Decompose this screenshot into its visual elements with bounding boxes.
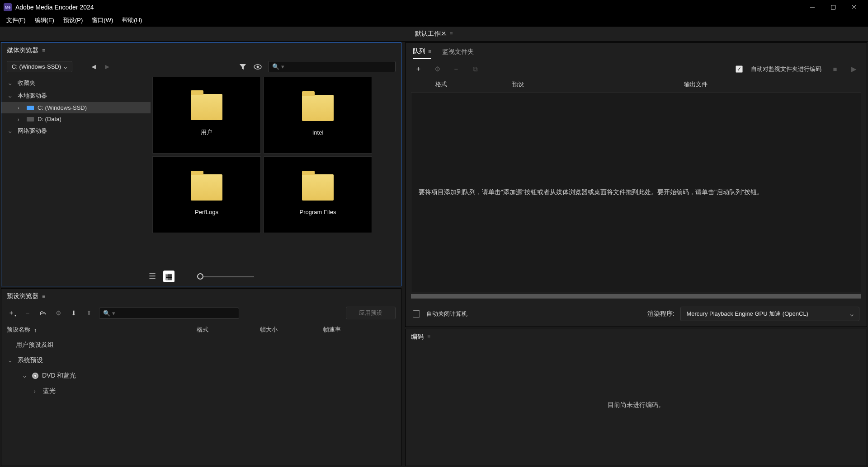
preset-group-bluray[interactable]: › 蓝光 — [1, 383, 401, 399]
media-browser-toolbar: C: (Windows-SSD) ⌵ ◄ ► 🔍 ▾ — [1, 58, 401, 75]
start-queue-button[interactable]: ▶ — [849, 65, 859, 73]
col-output: 输出文件 — [684, 80, 859, 89]
tree-label: 用户预设及组 — [16, 341, 54, 349]
queue-settings-button[interactable]: ⚙ — [432, 65, 443, 73]
drive-selector[interactable]: C: (Windows-SSD) ⌵ — [7, 61, 72, 72]
queue-drop-zone[interactable]: 要将项目添加到队列，请单击"添加源"按钮或者从媒体浏览器或桌面将文件拖到此处。要… — [411, 92, 861, 292]
menu-help[interactable]: 帮助(H) — [118, 15, 146, 26]
new-group-button[interactable]: 🗁 — [38, 309, 48, 317]
folder-tile[interactable]: Intel — [264, 77, 372, 154]
tree-drive-d[interactable]: › D: (Data) — [1, 113, 151, 125]
encoding-panel: 编码 ≡ 目前尚未进行编码。 — [405, 329, 867, 466]
duplicate-button[interactable]: ⧉ — [470, 65, 481, 73]
tree-label: C: (Windows-SSD) — [38, 104, 87, 111]
folder-icon — [191, 174, 222, 201]
encoding-body: 目前尚未进行编码。 — [406, 345, 867, 466]
preset-toolbar: ＋▾ − 🗁 ⚙ ⬇ ⬆ 🔍▾ 应用预设 — [1, 304, 401, 322]
auto-encode-checkbox[interactable]: ✓ — [736, 65, 743, 73]
folder-name: Intel — [312, 129, 324, 136]
col-frame-rate[interactable]: 帧速率 — [323, 326, 387, 334]
tree-drive-c[interactable]: › C: (Windows-SSD) — [1, 102, 151, 113]
export-preset-button[interactable]: ⬆ — [84, 309, 94, 317]
encoding-idle-message: 目前尚未进行编码。 — [608, 401, 665, 409]
tree-label: 蓝光 — [43, 387, 56, 395]
menu-preset[interactable]: 预设(P) — [59, 15, 87, 26]
folder-name: 用户 — [201, 128, 212, 136]
add-preset-button[interactable]: ＋▾ — [7, 309, 18, 318]
tree-label: D: (Data) — [38, 116, 61, 122]
menu-edit[interactable]: 编辑(E) — [30, 15, 59, 26]
nav-forward-button[interactable]: ► — [102, 63, 112, 71]
chevron-down-icon: ⌵ — [9, 128, 14, 134]
renderer-selector[interactable]: Mercury Playback Engine GPU 加速 (OpenCL) … — [680, 307, 859, 321]
tree-label: 本地驱动器 — [18, 92, 47, 100]
horizontal-scrollbar[interactable] — [411, 294, 861, 299]
apply-preset-button[interactable]: 应用预设 — [346, 307, 396, 319]
tab-watch-folders[interactable]: 监视文件夹 — [442, 47, 474, 59]
tree-favorites[interactable]: ⌵ 收藏夹 — [1, 77, 151, 89]
workspace-selector[interactable]: 默认工作区 ≡ — [415, 30, 453, 38]
encoding-title: 编码 — [411, 333, 424, 341]
minimize-button[interactable] — [802, 0, 823, 14]
chevron-down-icon: ⌵ — [64, 63, 67, 70]
stop-queue-button[interactable]: ■ — [830, 65, 840, 73]
remove-preset-button[interactable]: − — [22, 309, 33, 317]
col-frame-size[interactable]: 帧大小 — [260, 326, 323, 334]
folder-tile[interactable]: PerfLogs — [152, 156, 261, 233]
folder-icon — [302, 95, 334, 121]
col-preset-name[interactable]: 预设名称 — [7, 326, 30, 334]
app-icon: Me — [4, 3, 12, 11]
thumbnail-view-button[interactable]: ▦ — [163, 271, 175, 282]
app-title: Adobe Media Encoder 2024 — [15, 4, 802, 11]
panel-menu-icon[interactable]: ≡ — [427, 334, 430, 340]
preset-search-input[interactable]: 🔍▾ — [99, 308, 239, 319]
chevron-right-icon: › — [18, 117, 23, 122]
tab-queue[interactable]: 队列 ≡ — [413, 47, 431, 59]
menu-window[interactable]: 窗口(W) — [87, 15, 118, 26]
chevron-down-icon: ⌵ — [9, 80, 14, 86]
nav-back-button[interactable]: ◄ — [89, 63, 99, 71]
menu-file[interactable]: 文件(F) — [2, 15, 30, 26]
col-format: 格式 — [413, 80, 512, 89]
svg-rect-1 — [831, 5, 835, 9]
panel-menu-icon[interactable]: ≡ — [42, 47, 45, 54]
add-source-button[interactable]: ＋ — [413, 65, 424, 73]
preset-settings-button[interactable]: ⚙ — [53, 309, 64, 317]
auto-shutdown-checkbox[interactable] — [413, 310, 420, 318]
tree-label: 收藏夹 — [18, 79, 35, 87]
filter-icon[interactable] — [239, 63, 250, 70]
tree-network-drives[interactable]: ⌵ 网络驱动器 — [1, 125, 151, 137]
panel-menu-icon[interactable]: ≡ — [428, 48, 431, 55]
auto-encode-label: 自动对监视文件夹进行编码 — [751, 65, 821, 73]
queue-tabs: 队列 ≡ 监视文件夹 — [406, 43, 867, 59]
import-preset-button[interactable]: ⬇ — [68, 309, 79, 317]
sort-asc-icon: ↑ — [34, 327, 37, 333]
folder-icon — [191, 94, 222, 120]
close-button[interactable] — [844, 0, 864, 14]
media-search-input[interactable]: 🔍 ▾ — [268, 61, 396, 72]
maximize-button[interactable] — [823, 0, 844, 14]
tab-label: 队列 — [413, 47, 425, 56]
chevron-down-icon: ⌵ — [850, 311, 854, 318]
preset-group-dvd-bluray[interactable]: ⌵ DVD 和蓝光 — [1, 368, 401, 383]
media-browser-footer: ☰ ▦ — [1, 267, 401, 286]
media-browser-header: 媒体浏览器 ≡ — [1, 43, 401, 58]
remove-item-button[interactable]: − — [451, 65, 462, 73]
chevron-right-icon: › — [34, 388, 39, 394]
preset-browser-panel: 预设浏览器 ≡ ＋▾ − 🗁 ⚙ ⬇ ⬆ 🔍▾ 应用预设 预设名称 ↑ 格式 帧… — [1, 288, 401, 466]
col-preset: 预设 — [512, 80, 684, 89]
folder-tile[interactable]: Program Files — [264, 156, 372, 233]
eye-icon[interactable] — [254, 64, 264, 70]
col-format[interactable]: 格式 — [197, 326, 260, 334]
folder-tile[interactable]: 用户 — [152, 77, 261, 154]
disc-icon — [32, 373, 38, 379]
search-icon: 🔍 — [103, 310, 110, 317]
preset-group-user[interactable]: 用户预设及组 — [1, 337, 401, 353]
preset-group-system[interactable]: ⌵ 系统预设 — [1, 353, 401, 368]
list-view-button[interactable]: ☰ — [149, 271, 156, 281]
zoom-slider[interactable] — [200, 276, 254, 277]
tree-local-drives[interactable]: ⌵ 本地驱动器 — [1, 89, 151, 102]
panel-menu-icon[interactable]: ≡ — [42, 293, 45, 299]
titlebar: Me Adobe Media Encoder 2024 — [0, 0, 868, 14]
drive-icon — [27, 117, 34, 121]
